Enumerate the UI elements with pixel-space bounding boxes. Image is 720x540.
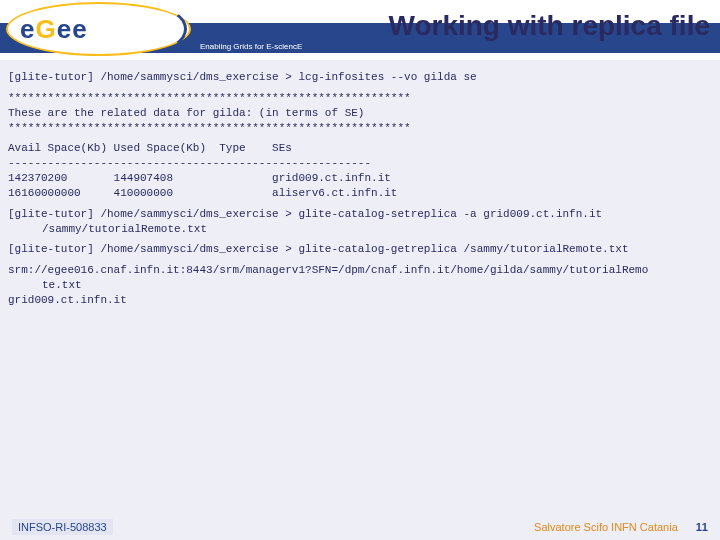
output-srm: srm://egee016.cnaf.infn.it:8443/srm/mana… [8,263,712,308]
slide-footer: INFSO-RI-508833 Salvatore Scifo INFN Cat… [0,514,720,540]
cmd-setreplica: [glite-tutor] /home/sammysci/dms_exercis… [8,207,712,237]
slide-content: [glite-tutor] /home/sammysci/dms_exercis… [0,60,720,308]
output-block: ****************************************… [8,91,712,136]
slide-header: eGee Enabling Grids for E-sciencE Workin… [0,0,720,60]
page-number: 11 [696,521,708,533]
cmd-getreplica: [glite-tutor] /home/sammysci/dms_exercis… [8,242,712,257]
logo-text: eGee [20,14,88,45]
footer-author: Salvatore Scifo INFN Catania [534,521,678,533]
footer-project-id: INFSO-RI-508833 [12,519,113,535]
se-table: Avail Space(Kb) Used Space(Kb) Type SEs … [8,141,712,200]
tagline: Enabling Grids for E-sciencE [200,42,302,51]
egee-logo: eGee [6,2,191,56]
slide-title: Working with replica file [388,10,710,42]
cmd-infosites: [glite-tutor] /home/sammysci/dms_exercis… [8,70,712,85]
logo-arc [117,6,187,52]
